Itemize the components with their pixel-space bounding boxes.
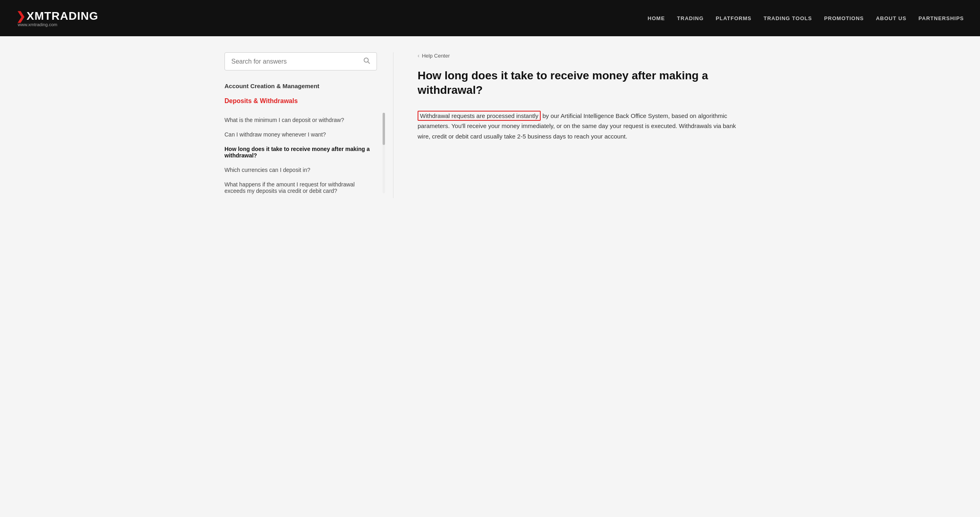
sidebar-link-minimum[interactable]: What is the minimum I can deposit or wit… bbox=[224, 113, 377, 127]
sidebar-section-deposits[interactable]: Deposits & Withdrawals bbox=[224, 97, 377, 105]
sidebar-link-how-long[interactable]: How long does it take to receive money a… bbox=[224, 142, 377, 163]
nav-item-home[interactable]: HOME bbox=[648, 14, 665, 22]
sidebar: Account Creation & Management Deposits &… bbox=[224, 52, 393, 198]
nav-link-partnerships[interactable]: PARTNERSHIPS bbox=[918, 15, 964, 21]
nav-link-promotions[interactable]: PROMOTIONS bbox=[824, 15, 864, 21]
scrollbar-track[interactable] bbox=[383, 113, 385, 193]
page-content: Account Creation & Management Deposits &… bbox=[208, 52, 772, 198]
nav-item-trading-tools[interactable]: TRADING TOOLS bbox=[764, 14, 812, 22]
scrollbar-thumb[interactable] bbox=[383, 113, 385, 145]
search-button[interactable] bbox=[363, 57, 370, 66]
search-box[interactable] bbox=[224, 52, 377, 70]
svg-line-1 bbox=[368, 62, 369, 63]
search-input[interactable] bbox=[231, 58, 363, 65]
logo-area: ❯ XMTRADING www.xmtrading.com bbox=[16, 10, 99, 27]
highlighted-phrase: Withdrawal requests are processed instan… bbox=[418, 111, 541, 121]
nav-link-platforms[interactable]: PLATFORMS bbox=[716, 15, 751, 21]
logo-url: www.xmtrading.com bbox=[16, 22, 99, 27]
article-title: How long does it take to receive money a… bbox=[418, 68, 756, 98]
sidebar-links-list: What is the minimum I can deposit or wit… bbox=[224, 113, 377, 198]
breadcrumb-help-center[interactable]: Help Center bbox=[422, 53, 450, 59]
nav-link-about-us[interactable]: ABOUT US bbox=[876, 15, 906, 21]
nav-link-trading-tools[interactable]: TRADING TOOLS bbox=[764, 15, 812, 21]
logo: ❯ XMTRADING bbox=[16, 10, 99, 23]
sidebar-link-amount-exceeds[interactable]: What happens if the amount I request for… bbox=[224, 177, 377, 198]
nav-item-platforms[interactable]: PLATFORMS bbox=[716, 14, 751, 22]
main-content: ‹ Help Center How long does it take to r… bbox=[393, 52, 756, 198]
nav-menu: HOME TRADING PLATFORMS TRADING TOOLS PRO… bbox=[648, 14, 964, 22]
logo-brand-text: XMTRADING bbox=[27, 10, 99, 23]
nav-link-trading[interactable]: TRADING bbox=[677, 15, 704, 21]
navbar: ❯ XMTRADING www.xmtrading.com HOME TRADI… bbox=[0, 0, 980, 36]
logo-arrow-icon: ❯ bbox=[16, 10, 26, 23]
search-icon bbox=[363, 57, 370, 64]
breadcrumb-chevron-icon: ‹ bbox=[418, 52, 420, 59]
breadcrumb: ‹ Help Center bbox=[418, 52, 756, 59]
nav-item-promotions[interactable]: PROMOTIONS bbox=[824, 14, 864, 22]
article-body: Withdrawal requests are processed instan… bbox=[418, 111, 739, 142]
sidebar-link-currencies[interactable]: Which currencies can I deposit in? bbox=[224, 163, 377, 177]
nav-item-about-us[interactable]: ABOUT US bbox=[876, 14, 906, 22]
sidebar-section-account[interactable]: Account Creation & Management bbox=[224, 83, 377, 89]
sidebar-links-container: What is the minimum I can deposit or wit… bbox=[224, 113, 377, 198]
nav-item-trading[interactable]: TRADING bbox=[677, 14, 704, 22]
nav-item-partnerships[interactable]: PARTNERSHIPS bbox=[918, 14, 964, 22]
sidebar-link-withdraw-anytime[interactable]: Can I withdraw money whenever I want? bbox=[224, 127, 377, 142]
nav-link-home[interactable]: HOME bbox=[648, 15, 665, 21]
